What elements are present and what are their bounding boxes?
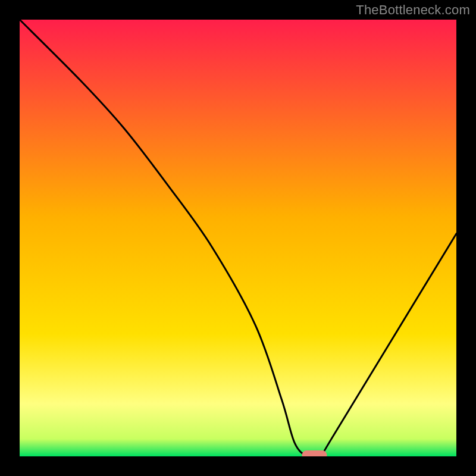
watermark-text: TheBottleneck.com [356, 2, 470, 18]
chart-container: TheBottleneck.com [0, 0, 476, 476]
optimal-marker [302, 450, 327, 456]
chart-svg [20, 20, 456, 456]
plot-area [20, 20, 456, 456]
